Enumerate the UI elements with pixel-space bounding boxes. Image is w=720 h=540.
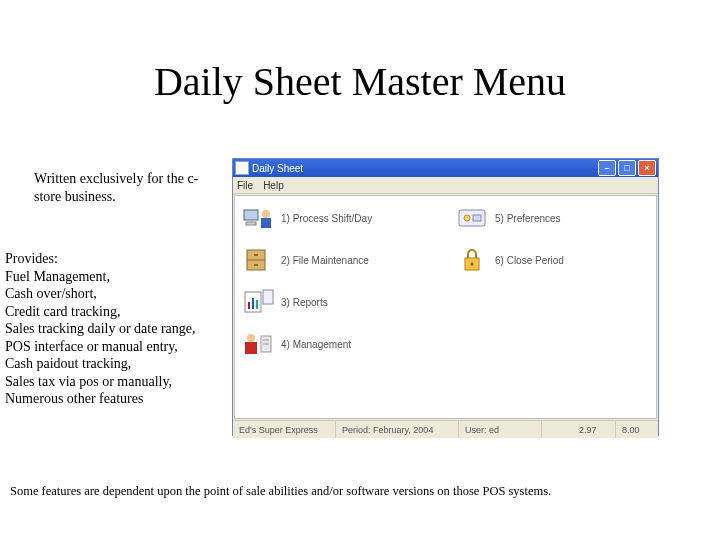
features-header: Provides:	[5, 250, 225, 268]
menu-label: 5) Preferences	[495, 213, 561, 224]
feature-item: Sales tax via pos or manually,	[5, 374, 172, 389]
svg-rect-1	[246, 222, 256, 225]
feature-item: Cash over/short,	[5, 286, 97, 301]
svg-rect-14	[245, 342, 257, 354]
svg-point-2	[262, 210, 270, 218]
file-cabinet-icon	[241, 246, 275, 274]
status-period: Period: February, 2004	[336, 421, 459, 438]
menu-management[interactable]: 4) Management	[241, 330, 351, 358]
feature-item: Numerous other features	[5, 391, 143, 406]
minimize-button[interactable]: –	[598, 160, 616, 176]
svg-rect-6	[254, 254, 258, 256]
feature-item: Sales tracking daily or date range,	[5, 321, 195, 336]
menu-file[interactable]: File	[237, 180, 253, 191]
feature-item: POS interface or manual entry,	[5, 339, 178, 354]
menu-reports[interactable]: 3) Reports	[241, 288, 328, 316]
svg-rect-11	[256, 300, 258, 309]
menu-label: 3) Reports	[281, 297, 328, 308]
footnote-text: Some features are dependent upon the poi…	[10, 484, 551, 499]
menu-close-period[interactable]: 6) Close Period	[455, 246, 564, 274]
feature-item: Fuel Management,	[5, 269, 110, 284]
menu-process-shift[interactable]: 1) Process Shift/Day	[241, 204, 372, 232]
features-block: Provides: Fuel Management, Cash over/sho…	[5, 250, 225, 408]
close-button[interactable]: ×	[638, 160, 656, 176]
feature-item: Credit card tracking,	[5, 304, 120, 319]
svg-rect-9	[248, 302, 250, 309]
menu-preferences[interactable]: 5) Preferences	[455, 204, 561, 232]
menubar: File Help	[233, 177, 658, 194]
client-area: 1) Process Shift/Day 2) File Maintenance…	[234, 195, 657, 419]
window-title: Daily Sheet	[252, 163, 596, 174]
statusbar: Ed's Super Express Period: February, 200…	[233, 420, 658, 438]
svg-point-22	[471, 263, 474, 266]
menu-label: 4) Management	[281, 339, 351, 350]
computer-user-icon	[241, 204, 275, 232]
svg-rect-12	[263, 290, 273, 304]
feature-item: Cash paidout tracking,	[5, 356, 131, 371]
status-ver1: 2.97	[573, 421, 616, 438]
svg-point-19	[464, 215, 470, 221]
menu-label: 2) File Maintenance	[281, 255, 369, 266]
management-icon	[241, 330, 275, 358]
svg-rect-10	[252, 298, 254, 309]
app-icon	[235, 161, 249, 175]
svg-rect-7	[254, 264, 258, 266]
menu-label: 6) Close Period	[495, 255, 564, 266]
menu-file-maintenance[interactable]: 2) File Maintenance	[241, 246, 369, 274]
maximize-button[interactable]: □	[618, 160, 636, 176]
status-user: User: ed	[459, 421, 542, 438]
svg-rect-0	[244, 210, 258, 220]
svg-point-13	[247, 334, 255, 342]
reports-icon	[241, 288, 275, 316]
app-window: Daily Sheet – □ × File Help 1) Process S…	[232, 158, 659, 436]
lock-icon	[455, 246, 489, 274]
menu-help[interactable]: Help	[263, 180, 284, 191]
status-ver2: 8.00	[616, 421, 658, 438]
svg-rect-3	[261, 218, 271, 228]
preferences-icon	[455, 204, 489, 232]
tagline-text: Written exclusively for the c-store busi…	[34, 170, 214, 205]
status-store: Ed's Super Express	[233, 421, 336, 438]
titlebar: Daily Sheet – □ ×	[233, 159, 658, 177]
page-title: Daily Sheet Master Menu	[0, 58, 720, 105]
svg-rect-20	[473, 215, 481, 221]
menu-label: 1) Process Shift/Day	[281, 213, 372, 224]
